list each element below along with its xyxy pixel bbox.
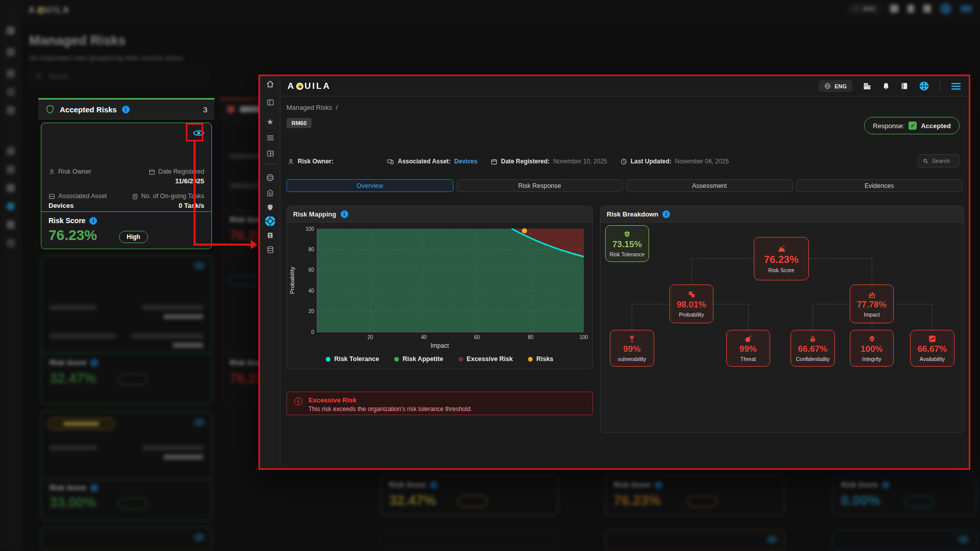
globe-icon[interactable]: [264, 172, 276, 184]
connector: [872, 323, 872, 330]
asset-field: Associated Asset: Devices: [387, 158, 477, 165]
tab-overview[interactable]: Overview: [286, 179, 453, 192]
person-icon: [49, 169, 55, 175]
accepted-check-icon: ✓: [909, 122, 917, 130]
connector: [632, 304, 670, 304]
globe-icon: [824, 83, 831, 89]
node-confidentiality[interactable]: 66.67% Confidentiality: [791, 330, 835, 367]
connector: [809, 258, 872, 259]
last-updated-value: November 06, 2025: [675, 158, 729, 165]
accepted-risk-card[interactable]: Risk Owner Date Registered 11/6/2025 Ass…: [41, 123, 212, 249]
calendar-icon: [149, 169, 155, 175]
id-badge-icon[interactable]: [264, 229, 276, 242]
shield-icon[interactable]: [264, 201, 276, 213]
annotation-highlight-box: [186, 123, 203, 141]
risk-score-icon: [777, 245, 786, 252]
organization-icon[interactable]: [863, 82, 872, 90]
database-icon[interactable]: [264, 244, 276, 256]
language-pill[interactable]: ENG: [819, 80, 852, 92]
book-icon[interactable]: [900, 82, 909, 90]
info-icon[interactable]: i: [662, 210, 670, 218]
overlay-sidebar: ★: [260, 76, 280, 468]
bell-icon[interactable]: [882, 82, 890, 90]
response-status-pill: Response: ✓ Accepted: [864, 117, 960, 134]
connector: [812, 304, 850, 304]
star-icon[interactable]: ★: [264, 115, 276, 128]
divider: [940, 81, 940, 91]
impact-icon: [868, 291, 876, 298]
last-updated-field: Last Updated: November 06, 2025: [620, 158, 729, 165]
svg-text:100: 100: [305, 226, 314, 232]
connector: [713, 304, 748, 304]
tasks-value: 0 Task/s: [179, 202, 204, 209]
risk-score-label: Risk Scorei: [49, 217, 97, 225]
connector: [632, 304, 632, 330]
risk-score-section: Risk Scorei 76.23% High: [41, 211, 211, 249]
annotation-arrowhead: [251, 240, 257, 249]
panels-icon[interactable]: [264, 96, 276, 108]
svg-text:60: 60: [308, 267, 315, 273]
alert-title: Excessive Risk: [308, 396, 472, 404]
node-risk-score[interactable]: 76.23% Risk Score: [754, 237, 809, 280]
risk-mapping-chart: 0 20 40 60 80 100 20 40 60 80 100 Pro: [287, 223, 593, 341]
date-registered-value: November 10, 2025: [553, 158, 607, 165]
node-risk-tolerance[interactable]: 73.15% Risk Tolerance: [605, 225, 649, 262]
accepted-column-header: Accepted Risks i 3: [38, 98, 214, 119]
risk-point[interactable]: [522, 228, 527, 233]
calendar-icon: [491, 158, 497, 165]
risk-meta-row: Risk Owner: Associated Asset: Devices Da…: [288, 158, 729, 165]
alert-info-icon: i: [294, 397, 302, 405]
overlay-search[interactable]: Search: [918, 154, 960, 167]
asset-icon: [49, 193, 55, 200]
legend-risk-tolerance: Risk Tolerance: [326, 355, 379, 363]
node-vulnerability[interactable]: 99% vulnerability: [610, 330, 654, 367]
home-icon[interactable]: [264, 78, 276, 90]
risk-id-badge: RM60: [286, 118, 312, 128]
breadcrumb[interactable]: Managed Risks /: [286, 104, 338, 111]
annotation-arrow-line: [194, 244, 251, 246]
tab-risk-response[interactable]: Risk Response: [457, 179, 624, 192]
menu-icon[interactable]: [950, 82, 962, 90]
tab-assessment[interactable]: Assessment: [626, 179, 793, 192]
help-reel-icon[interactable]: [919, 81, 929, 91]
asset-link[interactable]: Devices: [455, 158, 477, 165]
svg-text:40: 40: [308, 288, 315, 294]
svg-text:0: 0: [311, 329, 314, 335]
node-probability[interactable]: 98.01% Probability: [670, 284, 713, 323]
connector: [748, 304, 749, 330]
column-title: Accepted Risks: [60, 105, 117, 114]
legend-dot: [394, 357, 399, 362]
connector: [872, 258, 872, 284]
divider: [263, 164, 277, 164]
legend-risk-appetite: Risk Appetite: [394, 355, 443, 363]
shield-icon: [45, 104, 55, 114]
tab-evidences[interactable]: Evidences: [796, 179, 963, 192]
chart-icon: [928, 335, 936, 343]
active-risk-nav-icon[interactable]: [264, 215, 276, 227]
devices-icon: [387, 158, 394, 165]
list-icon[interactable]: [264, 132, 276, 144]
overlay-logo: AUILA: [288, 81, 331, 91]
node-threat[interactable]: 99% Threat: [726, 330, 770, 367]
info-icon[interactable]: i: [122, 106, 130, 113]
clock-icon: [620, 158, 627, 165]
info-icon[interactable]: i: [89, 217, 97, 225]
institution-icon[interactable]: [264, 187, 276, 199]
risk-breakdown-title: Risk Breakdown: [607, 210, 658, 218]
legend-dot: [326, 357, 330, 362]
node-availability[interactable]: 66.67% Availability: [910, 330, 954, 367]
legend-dot: [459, 357, 463, 362]
info-icon[interactable]: i: [341, 210, 348, 218]
overlay-topbar-icons: ENG: [819, 80, 969, 92]
legend-dot: [528, 357, 533, 362]
svg-text:60: 60: [474, 334, 480, 340]
search-placeholder: Search: [932, 158, 950, 164]
node-impact[interactable]: 77.78% Impact: [850, 284, 894, 323]
bomb-icon: [745, 335, 752, 343]
x-axis-label: Impact: [287, 342, 592, 349]
shield-icon: [624, 230, 631, 238]
grid-icon[interactable]: [264, 147, 276, 159]
connector: [932, 304, 933, 330]
dice-icon: [688, 291, 696, 298]
node-integrity[interactable]: 100% Integrity: [850, 330, 894, 367]
